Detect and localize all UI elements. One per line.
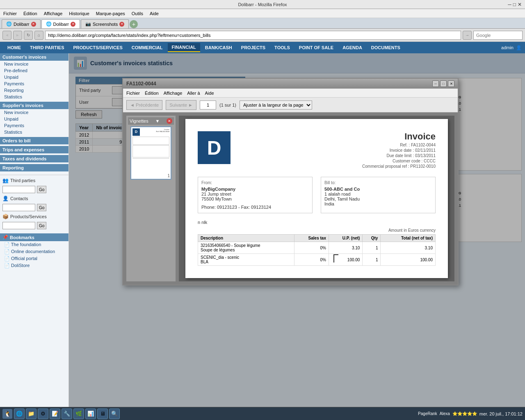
contacts-go-button[interactable]: Go — [37, 204, 46, 211]
bookmark-online-doc[interactable]: 📄 Online documentation — [0, 248, 68, 255]
menu-affichage[interactable]: Affichage — [44, 11, 63, 16]
page-number-input[interactable] — [200, 100, 216, 110]
third-parties-search-input[interactable] — [2, 186, 35, 193]
nav-products-services[interactable]: PRODUCTS/SERVICES — [69, 43, 127, 52]
prev-page-button[interactable]: ◄ Précédente — [126, 100, 162, 110]
tab-2-close[interactable]: ✕ — [71, 22, 75, 27]
nav-commercial[interactable]: COMMERCIAL — [128, 43, 167, 52]
pdf-invoice-title: Invoice — [362, 131, 436, 142]
taskbar-app-5[interactable]: 🔧 — [62, 409, 72, 419]
taskbar-app-7[interactable]: 📊 — [85, 409, 96, 419]
sidebar-suppliers-invoices-header[interactable]: Supplier's invoices — [0, 102, 68, 109]
search-input[interactable] — [473, 31, 523, 40]
thumbnails-collapse-icon[interactable]: ▼ — [155, 119, 160, 123]
sidebar-taxes-dividends-header[interactable]: Taxes and dividends — [0, 155, 68, 162]
browser-tab-2[interactable]: 🌐 Dolibarr ✕ — [41, 19, 80, 28]
menu-aide[interactable]: Aide — [150, 11, 159, 16]
sidebar-supplier-unpaid[interactable]: Unpaid — [0, 116, 68, 122]
sidebar-statistics[interactable]: Statistics — [0, 94, 68, 100]
back-button[interactable]: ◄ — [2, 31, 11, 40]
pdf-from-content: MyBigCompany 21 Jump street 75500 MyTown… — [201, 187, 309, 210]
thumbnail-page-1[interactable]: D InvoiceRef: FA1102-0044 1 — [130, 126, 171, 180]
taskbar-app-9[interactable]: 🔍 — [109, 409, 120, 419]
home-button[interactable]: ⌂ — [34, 31, 43, 40]
modal-menu-aide[interactable]: Aide — [205, 91, 214, 96]
col-qty: Qty — [363, 235, 381, 242]
tab-3-close[interactable]: ✕ — [119, 22, 124, 27]
zoom-select[interactable]: Ajuster à la largeur de la page — [240, 100, 312, 110]
pdf-view: D Invoice Ref. : FA1102-0044 Invoice dat… — [179, 116, 454, 281]
modal-minimize-button[interactable]: ─ — [432, 80, 439, 87]
taskbar-app-8[interactable]: 🖥 — [97, 409, 108, 419]
next-page-button[interactable]: Suivante ► — [166, 100, 196, 110]
nav-tools[interactable]: TOOLS — [270, 43, 294, 52]
sidebar-customers-invoices-header[interactable]: Customer's invoices — [0, 53, 68, 61]
nav-bank-cash[interactable]: BANK/CASH — [201, 43, 236, 52]
menu-marquepages[interactable]: Marque-pages — [96, 11, 125, 16]
main-layout: Customer's invoices New invoice Pre-defi… — [0, 53, 525, 420]
sidebar-supplier-payments[interactable]: Payments — [0, 122, 68, 129]
taskbar-app-1[interactable]: 🌐 — [14, 409, 25, 419]
sidebar-orders-to-bill-header[interactable]: Orders to bill — [0, 137, 68, 144]
menu-historique[interactable]: Historique — [69, 11, 89, 16]
go-button[interactable]: → — [463, 31, 472, 40]
tab-1-close[interactable]: ✕ — [31, 22, 36, 27]
taskbar-app-6[interactable]: 🌿 — [73, 409, 84, 419]
taskbar-time: mer. 20 juil., 17:01:12 — [479, 411, 523, 416]
thumbnails-close-icon[interactable]: ✕ — [167, 118, 172, 124]
menu-outils[interactable]: Outils — [132, 11, 143, 16]
sidebar-supplier-new-invoice[interactable]: New invoice — [0, 109, 68, 116]
bookmark-dolistore[interactable]: 📄 DoliStore — [0, 262, 68, 269]
browser-tab-3[interactable]: 📷 Screenshots ✕ — [81, 19, 129, 28]
nav-home[interactable]: HOME — [3, 43, 25, 52]
sidebar-new-invoice[interactable]: New invoice — [0, 61, 68, 67]
taskbar-app-2[interactable]: 📁 — [26, 409, 37, 419]
sidebar-pre-defined[interactable]: Pre-defined — [0, 67, 68, 74]
sidebar-supplier-statistics[interactable]: Statistics — [0, 129, 68, 135]
pdf-addresses: From: MyBigCompany 21 Jump street 75500 … — [198, 177, 436, 213]
sidebar-trips-expenses-header[interactable]: Trips and expenses — [0, 146, 68, 153]
forward-button[interactable]: ► — [13, 31, 22, 40]
bookmark-official-portal[interactable]: 📄 Official portal — [0, 255, 68, 262]
nav-third-parties[interactable]: THIRD PARTIES — [26, 43, 68, 52]
address-bar[interactable] — [45, 31, 461, 40]
contacts-search-input[interactable] — [2, 204, 35, 211]
line2-tax: 0% — [294, 254, 329, 266]
menu-edition[interactable]: Édition — [23, 11, 37, 16]
taskbar-app-3[interactable]: ⚙ — [38, 409, 48, 419]
modal-maximize-button[interactable]: □ — [440, 80, 447, 87]
nav-projects[interactable]: PROJECTS — [237, 43, 269, 52]
sidebar-unpaid[interactable]: Unpaid — [0, 74, 68, 80]
modal-menu-edition[interactable]: Édition — [145, 91, 159, 96]
sidebar-reporting[interactable]: Reporting — [0, 87, 68, 94]
modal-close-button[interactable]: ✕ — [448, 80, 454, 87]
refresh-button[interactable]: ↻ — [24, 31, 33, 40]
pdf-billto-label: Bill to: — [324, 180, 432, 185]
nav-documents[interactable]: DOCUMENTS — [367, 43, 404, 52]
nav-financial[interactable]: FINANCIAL — [168, 43, 200, 52]
modal-menu-fichier[interactable]: Fichier — [126, 91, 140, 96]
new-tab-button[interactable]: + — [130, 20, 138, 28]
modal-menubar: Fichier Édition Affichage Aller à Aide — [123, 89, 458, 98]
taskbar-start-icon[interactable]: 🐧 — [2, 409, 12, 419]
products-go-button[interactable]: Go — [37, 222, 46, 229]
sidebar-payments[interactable]: Payments — [0, 80, 68, 87]
line1-desc-main: 3216354066540 - Soupe légume — [201, 243, 292, 248]
menu-fichier[interactable]: Fichier — [3, 11, 17, 16]
third-parties-go-button[interactable]: Go — [37, 186, 46, 193]
pdf-line-items-table: Description Sales tax U.P. (net) Qty Tot… — [198, 234, 436, 266]
sidebar-reporting-header[interactable]: Reporting — [0, 164, 68, 171]
browser-tab-1[interactable]: 🌐 Dolibarr ✕ — [2, 19, 41, 28]
modal-menu-affichage[interactable]: Affichage — [164, 91, 183, 96]
taskbar: 🐧 🌐 📁 ⚙ 📝 🔧 🌿 📊 🖥 🔍 PageRank Alexa ⭐⭐⭐⭐⭐… — [0, 407, 525, 420]
products-search-input[interactable] — [2, 222, 35, 229]
taskbar-app-4[interactable]: 📝 — [50, 409, 60, 419]
nav-agenda[interactable]: AGENDA — [338, 43, 366, 52]
nav-pos[interactable]: POINT OF SALE — [295, 43, 338, 52]
pdf-billto-box: Bill to: 500-ABC and Co 1 alalah road De… — [321, 177, 436, 213]
bookmark-foundation[interactable]: 📄 The foundation — [0, 241, 68, 248]
modal-menu-aller[interactable]: Aller à — [187, 91, 200, 96]
line2-up: 100.00 — [329, 254, 362, 266]
col-up-net: U.P. (net) — [329, 235, 362, 242]
pdf-bill-address2: Delhi, Tamil Nadu — [324, 196, 432, 201]
